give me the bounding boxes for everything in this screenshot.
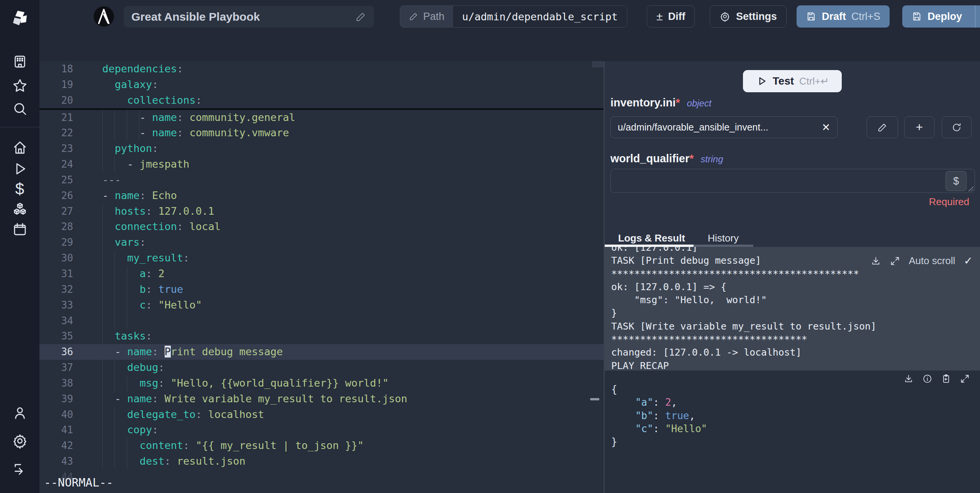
workspace-icon[interactable] — [12, 54, 28, 70]
test-button[interactable]: Test Ctrl+↵ — [743, 70, 842, 92]
code-line-25[interactable]: 25--- — [39, 172, 604, 188]
code-line-20[interactable]: 20 collections: — [39, 93, 604, 108]
sidebar-divider — [0, 127, 39, 127]
token: dest — [140, 455, 165, 467]
textarea-resize-handle[interactable] — [968, 186, 973, 191]
log-line: ok: [127.0.0.1] => { — [611, 281, 980, 294]
download-result-icon[interactable] — [903, 374, 914, 384]
code-line-44[interactable]: 44 — [39, 469, 604, 485]
favorites-star-icon[interactable] — [11, 77, 28, 94]
runs-play-icon[interactable] — [12, 161, 28, 177]
script-title-field[interactable]: Great Ansible Playbook — [124, 6, 374, 28]
token: name — [127, 393, 152, 405]
token — [611, 410, 635, 421]
inventory-resource-input[interactable]: u/admin/favorable_ansible_invent... ✕ — [610, 116, 838, 138]
edit-title-pencil-icon[interactable] — [355, 11, 366, 23]
code-line-43[interactable]: 43 dest: result.json — [39, 454, 604, 469]
download-logs-icon[interactable] — [870, 256, 881, 266]
indent-guide — [127, 313, 127, 329]
variables-dollar-icon[interactable]: $ — [15, 180, 24, 198]
editor-scrollbar-thumb[interactable] — [592, 61, 604, 67]
code-line-23[interactable]: 23 python: — [39, 141, 604, 157]
token — [102, 220, 115, 232]
code-line-36[interactable]: 36 - name: Print debug message — [39, 344, 604, 360]
code-line-24[interactable]: 24 - jmespath — [39, 157, 604, 172]
clear-resource-icon[interactable]: ✕ — [821, 121, 830, 134]
code-editor[interactable]: 18dependencies:19 galaxy:20 collections:… — [39, 61, 604, 493]
code-line-21[interactable]: 21 - name: community.general — [39, 110, 604, 126]
code-line-19[interactable]: 19 galaxy: — [39, 77, 604, 93]
world-qualifier-input[interactable] — [610, 169, 975, 193]
token: jmespath — [140, 158, 190, 170]
token: delegate_to — [127, 408, 196, 420]
result-info-icon[interactable] — [922, 374, 933, 384]
line-content: a: 2 — [102, 266, 165, 282]
logout-icon[interactable] — [12, 461, 28, 477]
code-line-37[interactable]: 37 debug: — [39, 360, 604, 375]
inventory-type: object — [687, 98, 712, 108]
code-line-39[interactable]: 39 - name: Write variable my_result to r… — [39, 391, 604, 407]
code-line-22[interactable]: 22 - name: community.vmware — [39, 125, 604, 141]
line-number: 20 — [39, 93, 73, 108]
editor-toolbar: Reset History Library Use VScode — [39, 38, 980, 61]
code-line-41[interactable]: 41 copy: — [39, 422, 604, 438]
path-field[interactable]: Path u/admin/dependable_script — [400, 5, 627, 28]
code-line-38[interactable]: 38 msg: "Hello, {{world_qualifier}} worl… — [39, 375, 604, 391]
token: , — [671, 397, 677, 408]
line-number: 42 — [39, 438, 73, 454]
token: content — [140, 439, 183, 451]
log-output-pane[interactable]: ok: [127.0.0.1]TASK [Print debug message… — [605, 247, 980, 371]
autoscroll-checkmark-icon[interactable]: ✓ — [964, 255, 972, 267]
expand-logs-icon[interactable] — [890, 256, 900, 266]
code-line-27[interactable]: 27 hosts: 127.0.0.1 — [39, 204, 604, 219]
home-icon[interactable] — [12, 140, 28, 156]
token — [102, 439, 140, 451]
settings-button[interactable]: Settings — [710, 5, 787, 28]
copy-result-icon[interactable] — [941, 374, 951, 384]
token — [152, 205, 158, 217]
code-line-26[interactable]: 26- name: Echo — [39, 188, 604, 204]
line-number: 38 — [39, 375, 73, 391]
expand-result-icon[interactable] — [960, 374, 970, 384]
tab-logs-result[interactable]: Logs & Result — [618, 232, 685, 244]
account-person-icon[interactable] — [12, 405, 28, 421]
code-line-30[interactable]: 30 my_result: — [39, 250, 604, 266]
token: community.general — [190, 111, 295, 123]
code-line-34[interactable]: 34 — [39, 313, 604, 329]
line-content: msg: "Hello, {{world_qualifier}} world!" — [102, 375, 389, 391]
token: : — [146, 205, 152, 217]
token — [102, 111, 140, 123]
code-line-28[interactable]: 28 connection: local — [39, 219, 604, 235]
variable-picker-button[interactable]: $ — [946, 171, 967, 191]
line-number: 39 — [39, 391, 73, 407]
token — [102, 127, 140, 139]
add-resource-button[interactable]: + — [904, 116, 934, 138]
code-line-29[interactable]: 29 vars: — [39, 235, 604, 250]
deploy-button[interactable]: Deploy — [902, 5, 980, 28]
line-number: 37 — [39, 360, 73, 375]
resources-cubes-icon[interactable] — [11, 201, 28, 218]
draft-button[interactable]: Draft Ctrl+S — [797, 5, 890, 28]
code-line-32[interactable]: 32 b: true — [39, 282, 604, 297]
diff-button[interactable]: ± Diff — [647, 5, 695, 28]
token — [102, 78, 115, 90]
code-line-31[interactable]: 31 a: 2 — [39, 266, 604, 282]
code-line-42[interactable]: 42 content: "{{ my_result | to_json }}" — [39, 438, 604, 454]
edit-resource-button[interactable] — [867, 116, 898, 138]
token — [102, 236, 115, 248]
tab-history[interactable]: History — [708, 232, 739, 244]
schedules-calendar-icon[interactable] — [12, 221, 28, 237]
code-line-40[interactable]: 40 delegate_to: localhost — [39, 407, 604, 423]
log-line: ********************************** — [611, 333, 980, 346]
refresh-resource-button[interactable] — [942, 116, 972, 138]
result-pane[interactable]: { "a": 2, "b": true, "c": "Hello"} — [605, 371, 980, 493]
code-line-33[interactable]: 33 c: "Hello" — [39, 297, 604, 313]
token: - — [115, 393, 128, 405]
settings-gear-icon[interactable] — [11, 433, 28, 449]
token: true — [158, 283, 183, 295]
line-content: --- — [102, 172, 121, 188]
code-line-35[interactable]: 35 tasks: — [39, 328, 604, 344]
search-icon[interactable] — [12, 101, 28, 117]
windmill-logo-icon[interactable] — [9, 8, 31, 29]
code-line-18[interactable]: 18dependencies: — [39, 61, 604, 77]
